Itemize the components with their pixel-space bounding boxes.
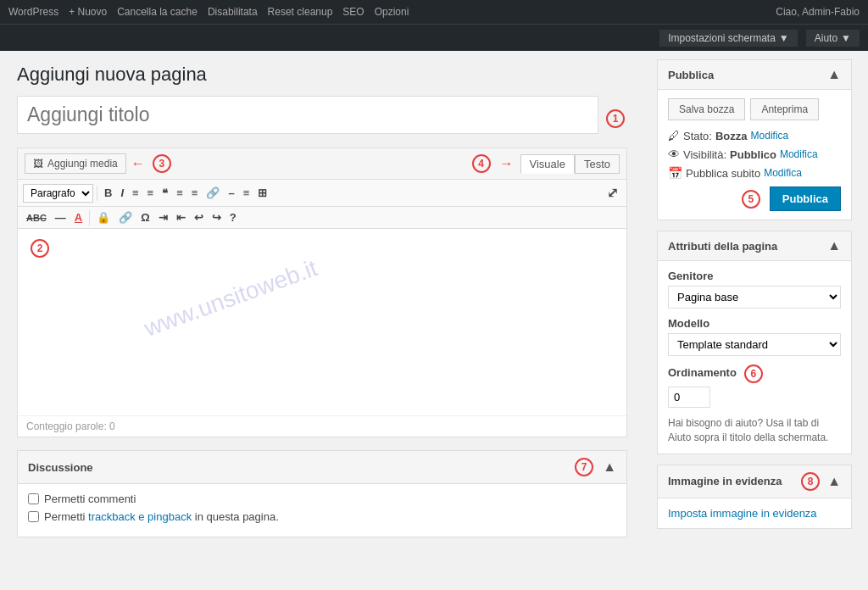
- media-row: 🖼 Aggiungi media ← 3 4 → Visuale Testo: [18, 148, 626, 180]
- discussione-header[interactable]: Discussione 7 ▲: [18, 451, 626, 484]
- chevron-down-icon: ▼: [779, 32, 789, 44]
- fullscreen-button[interactable]: ⤢: [604, 183, 621, 203]
- ordered-list-button[interactable]: ≡: [144, 185, 158, 201]
- annotation-arrow-4: →: [500, 156, 514, 171]
- annotation-4: 4: [472, 154, 491, 173]
- modello-select[interactable]: Template standard: [668, 333, 841, 356]
- pubblica-title: Pubblica: [668, 69, 714, 81]
- link-button[interactable]: 🔗: [115, 209, 136, 225]
- indent-button[interactable]: ⇥: [155, 209, 171, 225]
- attributi-title: Attributi della pagina: [668, 240, 777, 253]
- annotation-6: 6: [744, 365, 763, 383]
- permetti-commenti-checkbox[interactable]: [28, 493, 39, 504]
- admin-bar-reset[interactable]: Reset cleanup: [268, 6, 333, 18]
- calendar-icon: 📅: [668, 166, 682, 180]
- visibilita-icon: 👁: [668, 148, 680, 161]
- stato-label: Stato:: [683, 130, 712, 142]
- annotation-8: 8: [801, 472, 820, 491]
- main-content: Aggiungi nuova pagina 1 🖼 Aggiungi media…: [0, 51, 644, 590]
- admin-bar-seo[interactable]: SEO: [342, 6, 364, 18]
- immagine-collapse-icon: ▲: [827, 474, 841, 489]
- redo-button[interactable]: ↪: [209, 209, 225, 225]
- admin-bar-new[interactable]: + Nuovo: [69, 6, 107, 18]
- outdent-button[interactable]: ⇤: [173, 209, 189, 225]
- status-icon: 🖊: [668, 129, 680, 142]
- blockquote-button[interactable]: ❝: [159, 185, 171, 201]
- view-tabs: Visuale Testo: [520, 154, 620, 174]
- visibilita-label: Visibilità:: [683, 148, 726, 161]
- anteprima-button[interactable]: Anteprima: [750, 98, 819, 120]
- stato-modifica-link[interactable]: Modifica: [751, 130, 789, 142]
- impostazioni-schermata-button[interactable]: Impostazioni schermata ▼: [659, 30, 798, 47]
- pubblica-subito-label: Pubblica subito: [686, 167, 760, 180]
- permetti-trackback-checkbox[interactable]: [28, 511, 39, 522]
- paste-button[interactable]: 🔒: [93, 209, 114, 225]
- align-left-button[interactable]: ≡: [173, 185, 186, 201]
- more-button[interactable]: –: [225, 185, 237, 201]
- toolbar-row-1: Paragrafo B I ≡ ≡ ❝ ≡ ≡ 🔗 – ≡ ⊞ ⤢: [18, 180, 626, 207]
- pubblica-header[interactable]: Pubblica ▲: [658, 60, 851, 90]
- attributi-pagina-box: Attributi della pagina ▲ Genitore Pagina…: [657, 231, 852, 454]
- ordinamento-input[interactable]: [668, 387, 710, 408]
- ordinamento-label: Ordinamento: [668, 366, 737, 379]
- genitore-select[interactable]: Pagina base: [668, 286, 841, 309]
- table-button[interactable]: ⊞: [254, 185, 270, 201]
- immagine-header[interactable]: Immagine in evidenza 8 ▲: [658, 465, 851, 498]
- undo-button[interactable]: ↩: [191, 209, 207, 225]
- sub-bar: Impostazioni schermata ▼ Aiuto ▼: [0, 24, 868, 51]
- discussione-title: Discussione: [28, 461, 93, 474]
- immagine-evidenza-box: Immagine in evidenza 8 ▲ Imposta immagin…: [657, 465, 852, 529]
- add-media-button[interactable]: 🖼 Aggiungi media: [25, 153, 126, 174]
- discussione-box: Discussione 7 ▲ Permetti commenti Permet…: [17, 450, 627, 537]
- tab-visuale[interactable]: Visuale: [520, 154, 575, 174]
- pubblica-box: Pubblica ▲ Salva bozza Anteprima 🖊 Stato…: [657, 59, 852, 220]
- page-title: Aggiungi nuova pagina: [17, 64, 627, 86]
- word-count: Conteggio parole: 0: [18, 415, 626, 437]
- unordered-list-button[interactable]: ≡: [129, 185, 142, 201]
- annotation-1: 1: [606, 109, 625, 128]
- font-color-button[interactable]: A: [71, 209, 86, 225]
- format-select[interactable]: Paragrafo: [23, 184, 93, 203]
- pubblica-collapse-icon: ▲: [827, 67, 841, 82]
- sidebar: Pubblica ▲ Salva bozza Anteprima 🖊 Stato…: [644, 51, 865, 590]
- horizontal-rule-button[interactable]: —: [52, 209, 70, 225]
- trackback-link[interactable]: trackback e pingback: [88, 510, 192, 523]
- genitore-label: Genitore: [668, 270, 841, 282]
- tab-testo[interactable]: Testo: [575, 154, 620, 174]
- watermark: www.unsitoweb.it: [141, 254, 321, 342]
- toolbar-toggle[interactable]: ≡: [240, 185, 253, 201]
- salva-bozza-button[interactable]: Salva bozza: [668, 98, 745, 120]
- bold-button[interactable]: B: [101, 185, 115, 201]
- admin-bar-cache[interactable]: Cancella la cache: [117, 6, 198, 18]
- media-icon: 🖼: [33, 158, 43, 170]
- collapse-icon: ▲: [603, 459, 616, 475]
- discussione-body: Permetti commenti Permetti trackback e p…: [18, 484, 626, 537]
- omega-button[interactable]: Ω: [137, 209, 153, 225]
- insert-link-button[interactable]: 🔗: [203, 185, 223, 201]
- aiuto-button[interactable]: Aiuto ▼: [806, 30, 860, 47]
- modello-label: Modello: [668, 317, 841, 330]
- chevron-down-icon: ▼: [841, 32, 851, 44]
- admin-bar-disabled[interactable]: Disabilitata: [208, 6, 258, 18]
- imposta-immagine-link[interactable]: Imposta immagine in evidenza: [668, 507, 817, 520]
- page-title-input[interactable]: [17, 96, 598, 134]
- stato-value: Bozza: [715, 130, 748, 142]
- immagine-title: Immagine in evidenza: [668, 475, 782, 487]
- pubblica-button[interactable]: Pubblica: [770, 186, 841, 211]
- help-button[interactable]: ?: [226, 209, 240, 225]
- italic-button[interactable]: I: [117, 185, 127, 201]
- annotation-3: 3: [153, 154, 171, 173]
- annotation-2: 2: [31, 239, 49, 258]
- annotation-7: 7: [575, 458, 593, 476]
- editor-container: 🖼 Aggiungi media ← 3 4 → Visuale Testo: [17, 148, 627, 437]
- visibilita-modifica-link[interactable]: Modifica: [780, 148, 818, 160]
- wp-logo[interactable]: WordPress: [8, 6, 58, 18]
- admin-bar-opzioni[interactable]: Opzioni: [375, 6, 409, 18]
- editor-body[interactable]: 2 www.unsitoweb.it: [18, 229, 626, 415]
- align-right-button[interactable]: ≡: [188, 185, 202, 201]
- strikethrough-button[interactable]: ABC: [23, 211, 50, 225]
- permetti-trackback-label: Permetti trackback e pingback in questa …: [44, 510, 279, 523]
- attributi-header[interactable]: Attributi della pagina ▲: [658, 231, 851, 261]
- toolbar-row-2: ABC — A 🔒 🔗 Ω ⇥ ⇤ ↩ ↪ ?: [18, 207, 626, 229]
- pubblica-subito-modifica-link[interactable]: Modifica: [764, 167, 802, 179]
